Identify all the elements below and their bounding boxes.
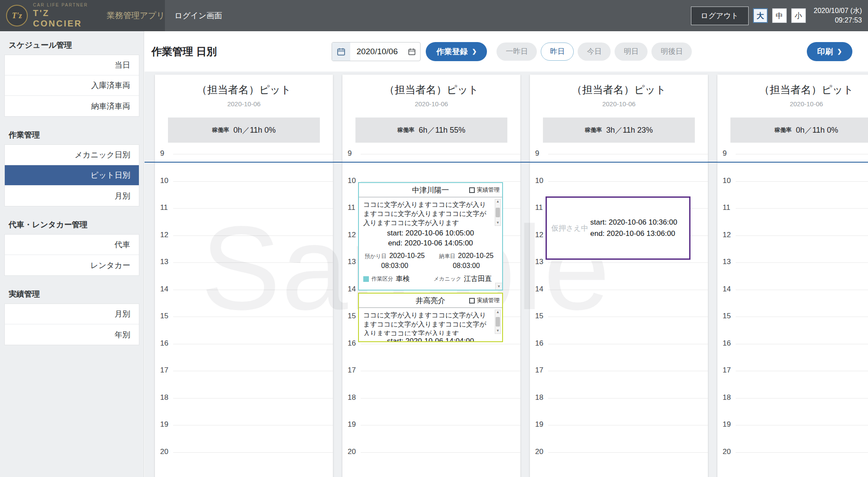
sidebar-item-today[interactable]: 当日 bbox=[5, 55, 139, 75]
hour-line bbox=[173, 425, 333, 425]
sidebar-item-monthly[interactable]: 月別 bbox=[5, 186, 139, 206]
hour-line bbox=[736, 290, 868, 290]
current-time-line bbox=[145, 162, 868, 163]
day-before-yesterday-button[interactable]: 一昨日 bbox=[496, 42, 537, 61]
brand-tagline: CAR LIFE PARTNER bbox=[33, 3, 100, 8]
brand-name: T'Z CONCIER bbox=[33, 8, 100, 29]
hour-line bbox=[736, 344, 868, 344]
hour-label: 20 bbox=[160, 448, 168, 456]
card-scroll-down-icon[interactable]: ▼ bbox=[495, 283, 502, 290]
hour-slot: 10 bbox=[717, 181, 868, 209]
tomorrow-button[interactable]: 明日 bbox=[615, 42, 648, 61]
description-scrollbar[interactable]: ▲ ▼ bbox=[495, 199, 501, 226]
hour-line bbox=[736, 154, 868, 154]
utilization-value: 0h／11h 0% bbox=[796, 125, 838, 135]
checkbox-icon[interactable] bbox=[469, 298, 475, 304]
sidebar-item-pit-daily[interactable]: ピット日別 bbox=[5, 165, 139, 186]
mechanic-block: メカニック 江古田直 bbox=[434, 274, 492, 284]
hour-slot: 16 bbox=[155, 344, 333, 371]
hour-line bbox=[361, 452, 520, 453]
event-card-provisional-hold[interactable]: 仮押さえ中 start: 2020-10-06 10:36:00 end: 20… bbox=[546, 196, 690, 260]
hour-label: 15 bbox=[723, 312, 731, 320]
checkbox-icon[interactable] bbox=[469, 187, 475, 193]
print-button[interactable]: 印刷 ❯ bbox=[807, 42, 852, 61]
scrollbar-thumb[interactable] bbox=[496, 208, 500, 217]
scrollbar-thumb[interactable] bbox=[496, 317, 500, 327]
scroll-down-icon[interactable]: ▼ bbox=[496, 329, 500, 333]
sidebar-item-rental-car[interactable]: レンタカー bbox=[5, 255, 139, 275]
header-date: 2020/10/07 (水) bbox=[814, 6, 862, 16]
hour-label: 18 bbox=[723, 393, 731, 402]
hour-label: 15 bbox=[535, 312, 543, 320]
work-register-button[interactable]: 作業登録 ❯ bbox=[426, 42, 487, 61]
login-screen-tab[interactable]: ログイン画面 bbox=[174, 10, 222, 21]
hour-grid: 91011121314151617181920 bbox=[717, 154, 868, 477]
sidebar-item-delivered-cars[interactable]: 納車済車両 bbox=[5, 96, 139, 116]
hour-label: 18 bbox=[348, 393, 356, 402]
hour-label: 16 bbox=[535, 339, 543, 348]
sidebar-item-results-monthly[interactable]: 月別 bbox=[5, 304, 139, 324]
event-end-time: end: 2020-10-06 14:05:00 bbox=[359, 239, 502, 248]
hour-slot: 17 bbox=[530, 371, 708, 398]
hour-slot: 18 bbox=[717, 398, 868, 425]
result-management-checkbox[interactable]: 実績管理 bbox=[469, 183, 500, 197]
header-right-controls: ログアウト 大 中 小 2020/10/07 (水) 09:27:53 bbox=[691, 6, 868, 25]
font-size-small-button[interactable]: 小 bbox=[791, 8, 806, 23]
hour-line bbox=[548, 425, 708, 425]
event-description-text: ココに文字が入りますココに文字が入りますココに文字が入りますココに文字が入ります… bbox=[363, 201, 487, 226]
hour-slot: 11 bbox=[155, 208, 333, 235]
pickup-date-block: 預かり日2020-10-25 08:03:00 bbox=[359, 251, 431, 271]
date-picker-input[interactable]: 2020/10/06 bbox=[332, 42, 421, 61]
hour-line bbox=[173, 235, 333, 236]
event-header: 井高亮介 実績管理 bbox=[359, 294, 502, 308]
header-clock: 2020/10/07 (水) 09:27:53 bbox=[814, 6, 862, 25]
hour-line bbox=[173, 371, 333, 371]
font-size-medium-button[interactable]: 中 bbox=[772, 8, 787, 23]
hour-label: 12 bbox=[348, 231, 356, 239]
hour-line bbox=[548, 290, 708, 290]
pit-column-title: （担当者名）ピット bbox=[342, 75, 520, 96]
font-size-large-button[interactable]: 大 bbox=[753, 8, 768, 23]
hour-line bbox=[736, 262, 868, 263]
hour-slot: 19 bbox=[717, 425, 868, 452]
event-start-time: start: 2020-10-06 10:05:00 bbox=[359, 229, 502, 238]
event-times: start: 2020-10-06 10:36:00 end: 2020-10-… bbox=[590, 217, 677, 240]
day-after-tomorrow-button[interactable]: 明後日 bbox=[651, 42, 692, 61]
provisional-hold-label: 仮押さえ中 bbox=[551, 223, 589, 233]
sidebar-item-results-yearly[interactable]: 年別 bbox=[5, 324, 139, 345]
sidebar-item-checked-in-cars[interactable]: 入庫済車両 bbox=[5, 75, 139, 96]
scroll-down-icon[interactable]: ▼ bbox=[496, 221, 500, 225]
utilization-label: 稼働率 bbox=[585, 126, 602, 134]
checkbox-label: 実績管理 bbox=[477, 186, 500, 194]
date-picker-value: 2020/10/06 bbox=[350, 47, 404, 56]
sidebar-item-mechanic-daily[interactable]: メカニック日別 bbox=[5, 145, 139, 165]
hour-label: 9 bbox=[348, 149, 352, 158]
pit-column-title: （担当者名）ピット bbox=[155, 75, 333, 96]
hour-line bbox=[548, 262, 708, 263]
result-management-checkbox[interactable]: 実績管理 bbox=[469, 294, 500, 307]
scroll-up-icon[interactable]: ▲ bbox=[496, 199, 500, 204]
hour-slot: 12 bbox=[717, 235, 868, 263]
hour-slot: 18 bbox=[155, 398, 333, 425]
event-end-time: end: 2020-10-06 13:06:00 bbox=[590, 228, 677, 239]
event-card-itaka[interactable]: 井高亮介 実績管理 ココに文字が入りますココに文字が入りますココに文字が入ります… bbox=[358, 293, 503, 342]
description-scrollbar[interactable]: ▲ ▼ bbox=[495, 310, 501, 334]
chevron-right-icon: ❯ bbox=[837, 48, 842, 55]
hour-slot: 13 bbox=[530, 262, 708, 290]
hour-label: 15 bbox=[348, 312, 356, 320]
brand-logo: CAR LIFE PARTNER T'Z CONCIER bbox=[33, 3, 100, 29]
hour-slot: 9 bbox=[155, 154, 333, 181]
sidebar-group-work: メカニック日別 ピット日別 月別 bbox=[4, 144, 139, 206]
date-picker-toggle-icon[interactable] bbox=[404, 48, 420, 56]
logout-button[interactable]: ログアウト bbox=[691, 7, 749, 25]
yesterday-button[interactable]: 昨日 bbox=[541, 42, 574, 61]
hour-slot: 9 bbox=[342, 154, 520, 181]
hour-label: 17 bbox=[723, 366, 731, 375]
hour-slot: 14 bbox=[155, 290, 333, 317]
hour-slot: 10 bbox=[155, 181, 333, 209]
sidebar-item-loaner-car[interactable]: 代車 bbox=[5, 235, 139, 255]
event-card-nakatsugawa[interactable]: 中津川陽一 実績管理 ココに文字が入りますココに文字が入りますココに文字が入りま… bbox=[358, 182, 503, 291]
hour-label: 13 bbox=[348, 258, 356, 266]
scroll-up-icon[interactable]: ▲ bbox=[496, 310, 500, 315]
today-button[interactable]: 今日 bbox=[578, 42, 611, 61]
